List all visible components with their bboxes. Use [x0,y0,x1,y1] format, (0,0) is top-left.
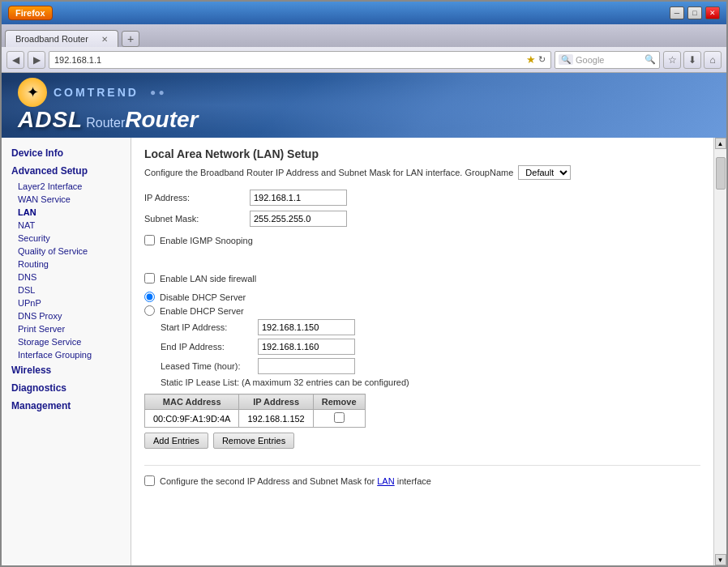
enable-dhcp-label: Enable DHCP Server [160,306,244,316]
title-bar-controls: ─ □ ✕ [670,6,720,19]
comtrend-icon: ✦ [18,78,47,107]
igmp-row: Enable IGMP Snooping [144,235,700,245]
tab-title: Broadband Router [15,34,88,44]
remove-checkbox[interactable] [334,412,345,423]
sidebar-item-security[interactable]: Security [2,232,131,245]
scroll-up-button[interactable]: ▲ [715,138,726,149]
address-bar[interactable]: 192.168.1.1 ★ ↻ [49,51,551,69]
leased-time-label: Leased Time (hour): [161,361,258,371]
subnet-mask-input[interactable] [250,211,347,227]
search-engine-button[interactable]: 🔍 [559,54,573,65]
minimize-button[interactable]: ─ [670,6,684,19]
subnet-mask-row: Subnet Mask: [144,211,700,227]
search-go-icon[interactable]: 🔍 [644,54,656,65]
title-bar-left: Firefox [8,6,53,20]
ip-cell: 192.168.1.152 [239,410,313,428]
col-mac: MAC Address [145,394,239,410]
sidebar-item-storage[interactable]: Storage Service [2,335,131,348]
scroll-thumb[interactable] [716,157,726,190]
sidebar-item-interface-grouping[interactable]: Interface Grouping [2,348,131,361]
col-remove: Remove [313,394,365,410]
brand-text: COMTREND [54,86,139,99]
browser-tab[interactable]: Broadband Router ✕ [5,30,118,47]
igmp-checkbox[interactable] [144,235,155,245]
search-placeholder: Google [576,55,642,65]
sidebar-item-nat[interactable]: NAT [2,219,131,232]
firefox-button[interactable]: Firefox [8,6,53,20]
firewall-checkbox[interactable] [144,273,155,284]
sidebar-item-wireless[interactable]: Wireless [2,361,131,379]
enable-dhcp-radio[interactable] [144,305,155,316]
sidebar-item-dns[interactable]: DNS [2,271,131,284]
sidebar-item-lan[interactable]: LAN [2,206,131,219]
enable-dhcp-row: Enable DHCP Server [144,305,700,316]
home-button[interactable]: ⌂ [704,51,722,69]
scroll-down-button[interactable]: ▼ [715,554,726,565]
static-ip-note: Static IP Lease List: (A maximum 32 entr… [161,377,700,387]
close-button[interactable]: ✕ [705,6,720,19]
remove-cell [313,410,365,428]
maximize-button[interactable]: □ [687,6,702,19]
igmp-label: Enable IGMP Snooping [160,236,253,245]
group-name-select[interactable]: Default [518,165,571,180]
end-ip-input[interactable] [258,339,355,355]
sidebar-item-advanced-setup[interactable]: Advanced Setup [2,162,131,180]
sidebar-item-diagnostics[interactable]: Diagnostics [2,379,131,397]
ip-address-label: IP Address: [144,193,250,202]
subnet-mask-label: Subnet Mask: [144,214,250,224]
search-bar: 🔍 Google 🔍 [555,51,660,69]
sidebar-item-management[interactable]: Management [2,397,131,415]
table-section: MAC Address IP Address Remove 00:C0:9F:A… [144,394,700,428]
ip-address-input[interactable] [250,190,347,206]
address-text: 192.168.1.1 [54,55,526,65]
add-entries-button[interactable]: Add Entries [144,433,208,449]
subtitle-text: Configure the Broadband Router IP Addres… [144,168,513,177]
router-label: Router [125,107,198,133]
sidebar-item-dns-proxy[interactable]: DNS Proxy [2,309,131,322]
bottom-section: Configure the second IP Address and Subn… [144,465,700,486]
page-title: Local Area Network (LAN) Setup [144,147,700,160]
remove-entries-button[interactable]: Remove Entries [213,433,294,449]
end-ip-row: End IP Address: [161,339,700,355]
second-ip-checkbox[interactable] [144,475,155,486]
start-ip-label: Start IP Address: [161,322,258,332]
forward-button[interactable]: ▶ [28,51,45,69]
tab-close-button[interactable]: ✕ [101,35,108,44]
col-ip: IP Address [239,394,313,410]
leased-time-row: Leased Time (hour): [161,358,700,374]
browser-frame: Firefox ─ □ ✕ Broadband Router ✕ + ◀ ▶ 1… [0,0,728,567]
download-button[interactable]: ⬇ [683,51,701,69]
lan-link[interactable]: LAN [377,476,394,486]
firewall-row: Enable LAN side firewall [144,273,700,284]
sidebar-item-routing[interactable]: Routing [2,258,131,271]
second-ip-row: Configure the second IP Address and Subn… [144,475,700,486]
scrollbar: ▲ ▼ [713,138,726,565]
bookmark-icon[interactable]: ★ [526,53,536,66]
bookmarks-button[interactable]: ☆ [663,51,681,69]
static-ip-table: MAC Address IP Address Remove 00:C0:9F:A… [144,394,366,428]
reload-icon[interactable]: ↻ [538,54,546,65]
button-row: Add Entries Remove Entries [144,433,700,449]
router-header: ✦ COMTREND ● ● ADSL Router Router [2,73,726,138]
start-ip-input[interactable] [258,319,355,335]
comtrend-logo: ✦ COMTREND ● ● ADSL Router Router [18,78,199,133]
sidebar-item-qos[interactable]: Quality of Service [2,245,131,258]
sidebar-item-wan[interactable]: WAN Service [2,193,131,206]
leased-time-input[interactable] [258,358,355,374]
sidebar-item-device-info[interactable]: Device Info [2,144,131,162]
back-button[interactable]: ◀ [6,51,24,69]
page-content: Local Area Network (LAN) Setup Configure… [131,138,713,565]
sidebar-item-upnp[interactable]: UPnP [2,296,131,309]
sidebar-item-layer2[interactable]: Layer2 Interface [2,180,131,193]
start-ip-row: Start IP Address: [161,319,700,335]
ip-address-row: IP Address: [144,190,700,206]
mac-cell: 00:C0:9F:A1:9D:4A [145,410,239,428]
disable-dhcp-radio[interactable] [144,292,155,302]
disable-dhcp-row: Disable DHCP Server [144,292,700,302]
firewall-label: Enable LAN side firewall [160,274,256,284]
sidebar-item-dsl[interactable]: DSL [2,284,131,296]
dots-decoration: ● ● [150,87,165,98]
section-gap-1 [144,254,700,265]
new-tab-button[interactable]: + [122,31,139,47]
sidebar-item-print-server[interactable]: Print Server [2,322,131,335]
